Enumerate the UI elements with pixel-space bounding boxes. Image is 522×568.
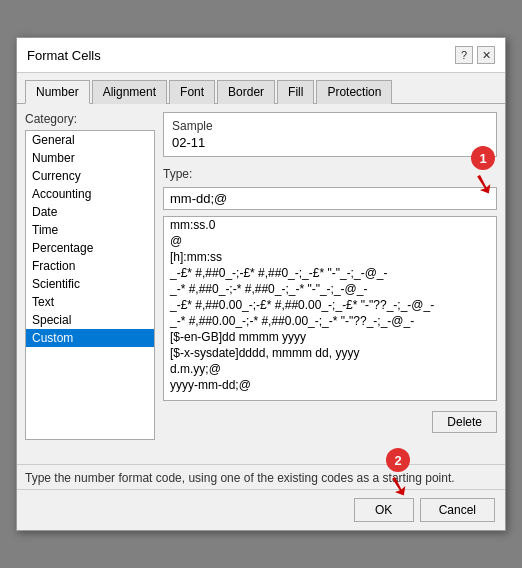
category-fraction[interactable]: Fraction [26,257,154,275]
tab-border[interactable]: Border [217,80,275,104]
category-time[interactable]: Time [26,221,154,239]
category-percentage[interactable]: Percentage [26,239,154,257]
sample-label: Sample [172,119,488,133]
category-panel: Category: General Number Currency Accoun… [25,112,155,456]
format-item[interactable]: [h]:mm:ss [164,249,496,265]
help-button[interactable]: ? [455,46,473,64]
title-bar: Format Cells ? ✕ [17,38,505,73]
category-date[interactable]: Date [26,203,154,221]
sample-section: Sample 02-11 [163,112,497,157]
tab-fill[interactable]: Fill [277,80,314,104]
category-scientific[interactable]: Scientific [26,275,154,293]
category-label: Category: [25,112,155,126]
type-label: Type: [163,167,497,181]
help-text: Type the number format code, using one o… [17,464,505,489]
tab-protection[interactable]: Protection [316,80,392,104]
category-accounting[interactable]: Accounting [26,185,154,203]
format-cells-dialog: Format Cells ? ✕ Number Alignment Font B… [16,37,506,531]
format-item[interactable]: _-£* #,##0_-;-£* #,##0_-;_-£* "-"_-;_-@_… [164,265,496,281]
tab-number[interactable]: Number [25,80,90,104]
delete-button[interactable]: Delete [432,411,497,433]
format-item[interactable]: mm:ss.0 [164,217,496,233]
category-custom[interactable]: Custom [26,329,154,347]
category-number[interactable]: Number [26,149,154,167]
format-item[interactable]: @ [164,233,496,249]
tab-bar: Number Alignment Font Border Fill Protec… [17,73,505,104]
tab-font[interactable]: Font [169,80,215,104]
title-controls: ? ✕ [455,46,495,64]
category-special[interactable]: Special [26,311,154,329]
category-currency[interactable]: Currency [26,167,154,185]
tab-alignment[interactable]: Alignment [92,80,167,104]
dialog-body: Category: General Number Currency Accoun… [17,104,505,464]
format-list: mm:ss.0 @ [h]:mm:ss _-£* #,##0_-;-£* #,#… [164,217,496,393]
format-item[interactable]: _-* #,##0.00_-;-* #,##0.00_-;_-* "-"??_-… [164,313,496,329]
format-item[interactable]: _-£* #,##0.00_-;-£* #,##0.00_-;_-£* "-"?… [164,297,496,313]
dialog-title: Format Cells [27,48,101,63]
dialog-footer: OK Cancel [17,489,505,530]
category-general[interactable]: General [26,131,154,149]
sample-value: 02-11 [172,135,488,150]
type-input[interactable] [163,187,497,210]
format-list-container[interactable]: mm:ss.0 @ [h]:mm:ss _-£* #,##0_-;-£* #,#… [163,216,497,401]
close-button[interactable]: ✕ [477,46,495,64]
format-item[interactable]: _-* #,##0_-;-* #,##0_-;_-* "-"_-;_-@_- [164,281,496,297]
ok-button[interactable]: OK [354,498,414,522]
category-list[interactable]: General Number Currency Accounting Date … [25,130,155,440]
format-item[interactable]: [$-x-sysdate]dddd, mmmm dd, yyyy [164,345,496,361]
cancel-button[interactable]: Cancel [420,498,495,522]
format-item[interactable]: d.m.yy;@ [164,361,496,377]
format-item[interactable]: [$-en-GB]dd mmmm yyyy [164,329,496,345]
right-panel: Sample 02-11 Type: mm:ss.0 @ [h]:mm:ss _… [163,112,497,456]
format-item[interactable]: yyyy-mm-dd;@ [164,377,496,393]
category-text[interactable]: Text [26,293,154,311]
